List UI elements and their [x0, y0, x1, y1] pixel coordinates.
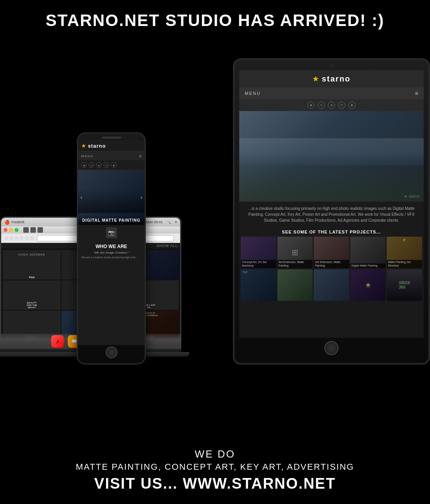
list-item: Digital Matte Painting	[350, 237, 386, 268]
menu-frederik: Frederik	[11, 220, 24, 224]
tablet-social-5[interactable]: ▶	[348, 102, 356, 109]
list-icon: ≡	[175, 220, 177, 224]
list-item: TNT	[241, 269, 276, 301]
visit-text: VISIT US... WWW.STARNO.NET	[8, 475, 422, 492]
table-row: HUGH JACKMAN PAN	[3, 250, 61, 280]
phone-body-text: We are a creative studio producing high …	[81, 256, 141, 259]
phone-logo-bar: ★ starno	[78, 140, 145, 152]
dock-music-icon[interactable]: ♪	[51, 335, 64, 348]
services-text: MATTE PAINTING, CONCEPT ART, KEY ART, AD…	[8, 462, 422, 472]
tablet-social-3[interactable]: ◈	[328, 102, 335, 109]
tablet-home-button[interactable]	[324, 341, 339, 355]
nav-dots	[4, 236, 34, 240]
phone-hero-image: ‹ › DIGITAL MATTE PAINTING	[78, 170, 145, 225]
phone-tagline: "We are Image Creators."	[81, 251, 141, 254]
tablet-icons-row: ◉ ◎ ◈ ✉ ▶	[239, 99, 424, 111]
phone-hero-prev[interactable]: ‹	[80, 194, 82, 200]
menu-apple: 🍎	[4, 220, 10, 225]
phone-hero-overlay: DIGITAL MATTE PAINTING	[78, 216, 145, 225]
tablet-latest-title: SEE SOME OF THE LATEST PROJECTS...	[239, 227, 424, 237]
tablet-social-1[interactable]: ◉	[307, 102, 315, 109]
tablet-hamburger-icon[interactable]: ≡	[415, 90, 418, 96]
phone-menu-bar: MENU ≡	[78, 152, 145, 160]
phone-menu-label: MENU	[81, 154, 94, 158]
phone-hamburger-icon[interactable]: ≡	[139, 154, 141, 158]
tablet-description: ...is a creative studio focusing primari…	[239, 202, 424, 227]
phone-speaker	[102, 137, 121, 139]
phone-social-5[interactable]: ▶	[111, 162, 117, 168]
phone-screen: ★ starno MENU ≡ ◉ ◎ ◈ ✉ ▶	[78, 140, 145, 345]
tablet-star-icon: ★	[312, 74, 319, 83]
list-item: ⊞ Set Extension, MattePainting	[277, 237, 313, 268]
minimize-button[interactable]	[9, 228, 13, 232]
phone-star-icon: ★	[81, 143, 86, 149]
phone-icons-row: ◉ ◎ ◈ ✉ ▶	[78, 160, 145, 170]
toolbar-icons	[23, 227, 43, 233]
tablet-brand-name: starno	[322, 74, 350, 83]
tablet-device: ★ starno MENU ≡ ◉ ◎ ◈ ✉ ▶	[233, 58, 430, 365]
list-item: XBOX360	[387, 269, 422, 301]
list-item: Set Extension, MattePainting	[314, 237, 349, 268]
table-row: BEAUTYAND THEBEAST	[3, 280, 61, 310]
phone-social-1[interactable]: ◉	[81, 162, 87, 168]
tablet-social-2[interactable]: ◎	[318, 102, 325, 109]
phone-device: ★ starno MENU ≡ ◉ ◎ ◈ ✉ ▶	[77, 132, 146, 365]
movie-title-beauty: BEAUTYAND THEBEAST	[3, 302, 61, 309]
phone-edit-section: 📷	[78, 225, 145, 241]
tablet-shell: ★ starno MENU ≡ ◉ ◎ ◈ ✉ ▶	[233, 58, 430, 365]
list-item: ★	[350, 269, 386, 301]
project-label-3: Set Extension, MattePainting	[314, 260, 349, 268]
phone-who-title: WHO WE ARE	[81, 244, 141, 249]
tablet-projects-grid: Concept Art, On SetBackdrop ⊞ Set Extens…	[239, 237, 424, 268]
list-item: Concept Art, On SetBackdrop	[241, 237, 276, 268]
list-item	[314, 269, 349, 301]
tablet-watermark: ★ starno	[404, 194, 420, 198]
project-label-1: Concept Art, On SetBackdrop	[241, 260, 276, 268]
project-label-4: Digital Matte Painting	[350, 263, 386, 268]
list-item	[277, 269, 313, 301]
phone-hero-title: DIGITAL MATTE PAINTING	[80, 218, 142, 222]
tablet-camera	[330, 65, 333, 68]
maximize-button[interactable]	[15, 228, 19, 232]
movie-thumb-pan: PAN	[3, 276, 61, 279]
phone-social-3[interactable]: ◈	[96, 162, 102, 168]
bottom-section: WE DO MATTE PAINTING, CONCEPT ART, KEY A…	[0, 440, 430, 504]
phone-home-button[interactable]	[106, 346, 117, 358]
phone-who-section: WHO WE ARE "We are Image Creators." We a…	[78, 241, 145, 262]
tablet-screen: ★ starno MENU ≡ ◉ ◎ ◈ ✉ ▶	[239, 70, 424, 338]
list-item: ⚡ Matte Painting, ArtDirection	[387, 237, 422, 268]
tablet-logo-bar: ★ starno	[239, 70, 424, 87]
main-headline: STARNO.NET STUDIO HAS ARRIVED! :)	[0, 0, 430, 38]
project-label-5: Matte Painting, ArtDirection	[387, 260, 422, 268]
tablet-hero: ★ starno	[239, 111, 424, 202]
time-indicator: Mon 09:41	[146, 220, 163, 224]
tablet-menu-bar: MENU ≡	[239, 87, 424, 99]
tablet-projects-grid-2: TNT ★ XBOX360	[239, 268, 424, 302]
tablet-menu-label: MENU	[245, 91, 261, 96]
we-do-text: WE DO	[8, 448, 422, 460]
movie-title-pan: HUGH JACKMAN	[3, 253, 61, 256]
camera-icon: 📷	[106, 227, 117, 238]
search-icon[interactable]: 🔍	[167, 220, 171, 224]
phone-hero-next[interactable]: ›	[140, 194, 142, 200]
project-label-2: Set Extension, MattePainting	[277, 260, 313, 268]
phone-social-2[interactable]: ◎	[89, 162, 94, 168]
phone-social-4[interactable]: ✉	[104, 162, 109, 168]
tablet-social-4[interactable]: ✉	[338, 102, 345, 109]
devices-area: 🍎 Frederik 100% 🔋 📶 Mon 09:41 🔍 ≡	[0, 38, 430, 380]
phone-shell: ★ starno MENU ≡ ◉ ◎ ◈ ✉ ▶	[77, 132, 146, 365]
phone-brand-name: starno	[88, 143, 106, 149]
close-button[interactable]	[4, 228, 7, 232]
